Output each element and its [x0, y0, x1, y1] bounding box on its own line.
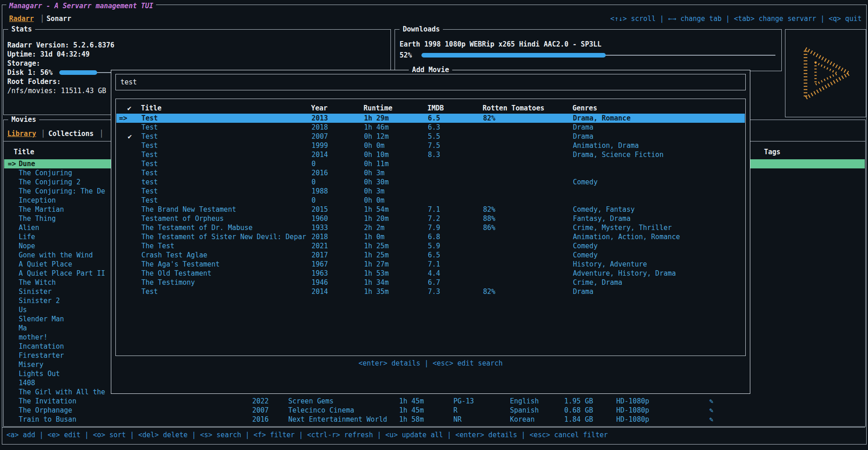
movie-search-input[interactable] — [116, 74, 745, 90]
result-genres: Comedy — [573, 178, 598, 187]
result-runtime: 1h 54m — [364, 205, 389, 214]
result-runtime: 0h 12m — [364, 132, 389, 141]
library-row[interactable]: Train to Busan2016Next Entertainment Wor… — [4, 415, 865, 424]
movie-language: Spanish — [510, 406, 539, 415]
result-year: 1960 — [312, 214, 328, 223]
result-imdb: 5.5 — [428, 132, 440, 141]
search-result-row[interactable]: Test20181h 46m6.3Drama — [116, 123, 745, 132]
result-rotten-tomatoes: 86% — [483, 223, 495, 232]
check-icon: ✔ — [128, 132, 132, 141]
search-result-row[interactable]: The Brand New Testament20151h 54m7.182%C… — [116, 205, 745, 214]
search-result-row[interactable]: The Testament of Dr. Mabuse19332h 2m7.98… — [116, 223, 745, 232]
column-header: Genres — [572, 104, 597, 113]
result-genres: Animation, Action, Romance — [573, 232, 680, 241]
result-imdb: 6.3 — [428, 123, 440, 132]
edit-icon: ✎ — [709, 406, 713, 415]
bottom-bar-divider — [2, 427, 865, 428]
search-result-row[interactable]: ✔Test20070h 12m5.5Drama — [116, 132, 745, 141]
tab-collections[interactable]: Collections — [48, 129, 94, 138]
movie-year: 2007 — [252, 406, 269, 415]
movie-runtime: 1h 58m — [399, 415, 424, 424]
result-year: 1933 — [312, 223, 328, 232]
movie-title: The Conjuring: The De — [19, 187, 105, 196]
result-genres: Crime, Drama — [573, 278, 622, 287]
result-runtime: 0h 3m — [364, 187, 385, 196]
tab-separator: │ — [40, 14, 44, 23]
result-title: The Brand New Testament — [141, 205, 236, 214]
result-runtime: 1h 29m — [364, 114, 389, 123]
root-folders-label: Root Folders: — [7, 77, 61, 86]
app-title: Managarr - A Servarr management TUI — [6, 1, 156, 10]
library-header-title: Title — [14, 147, 34, 157]
tab-radarr[interactable]: Radarr — [9, 14, 34, 23]
tab-sonarr[interactable]: Sonarr — [47, 14, 71, 23]
uptime: Uptime: 31d 04:32:49 — [7, 50, 90, 59]
search-result-row[interactable]: Test20140h 10m8.3Drama, Science Fiction — [116, 150, 745, 159]
search-result-row[interactable]: The Testimony19461h 34m6.7Crime, Drama — [116, 278, 745, 287]
result-runtime: 0h 3m — [364, 168, 385, 178]
result-imdb: 7.1 — [428, 205, 440, 214]
selection-arrow-icon: => — [8, 159, 16, 168]
search-result-row[interactable]: The Testament of Sister New Devil: Depar… — [116, 232, 745, 241]
result-year: 2018 — [312, 123, 328, 132]
result-title: Test — [141, 123, 158, 132]
column-header: Title — [141, 104, 161, 113]
result-runtime: 1h 27m — [364, 260, 389, 269]
library-row[interactable]: The Invitation2022Screen Gems1h 45mPG-13… — [4, 397, 865, 406]
movie-quality: HD-1080p — [616, 397, 649, 406]
result-year: 0 — [312, 178, 316, 187]
result-runtime: 0h 11m — [364, 159, 389, 168]
movie-title: The Conjuring 2 — [19, 178, 80, 187]
movie-title: mother! — [19, 333, 47, 342]
search-result-row[interactable]: Testament of Orpheus19601h 20m7.288%Fant… — [116, 214, 745, 223]
result-year: 2007 — [312, 132, 328, 141]
search-result-row[interactable]: Test19990h 0m7.5Animation, Drama — [116, 141, 745, 150]
tab-library[interactable]: Library — [7, 129, 36, 138]
search-result-row[interactable]: Test00h 0m — [116, 196, 745, 205]
logo-panel — [785, 29, 866, 117]
library-row[interactable]: The Orphanage2007Telecinco Cinema1h 45mR… — [4, 406, 865, 415]
gauge-fill — [421, 53, 606, 58]
movie-title: 1408 — [19, 378, 35, 387]
result-runtime: 1h 53m — [364, 269, 389, 278]
movie-certification: PG-13 — [453, 397, 474, 406]
disk-label: Disk 1: 56% — [7, 68, 52, 77]
add-movie-modal: Add Movie ✔TitleYearRuntimeIMDBRotten To… — [111, 70, 750, 394]
movie-year: 2016 — [252, 415, 269, 424]
search-result-row[interactable]: The Test20211h 25m5.9Comedy — [116, 241, 745, 251]
result-genres: Drama, Romance — [573, 114, 630, 123]
result-imdb: 6.8 — [428, 232, 440, 241]
movie-title: The Thing — [19, 214, 56, 223]
movie-size: 0.68 GB — [564, 406, 593, 415]
search-result-row[interactable]: Test19880h 3m — [116, 187, 745, 196]
result-title: Test — [141, 114, 158, 123]
search-result-row[interactable]: Crash Test Aglae20171h 25m6.5Comedy — [116, 251, 745, 260]
search-result-row[interactable]: The Aga's Testament19671h 27m7.1History,… — [116, 260, 745, 269]
library-header-tags: Tags — [764, 147, 780, 157]
result-title: Crash Test Aglae — [141, 251, 208, 260]
search-box — [115, 74, 746, 90]
column-header: IMDB — [427, 104, 444, 113]
search-result-row[interactable]: test00h 30mComedy — [116, 178, 745, 187]
search-result-row[interactable]: Test20141h 35m7.382%Drama — [116, 287, 745, 296]
managarr-screen: Managarr - A Servarr management TUI Rada… — [0, 0, 868, 450]
search-result-row[interactable]: =>Test20131h 29m6.582%Drama, Romance — [116, 114, 745, 123]
result-imdb: 6.5 — [428, 114, 440, 123]
result-genres: Fantasy, Drama — [573, 214, 630, 223]
result-runtime: 1h 35m — [364, 287, 389, 296]
movie-title: Misery — [19, 360, 43, 369]
result-title: test — [141, 178, 158, 187]
search-result-row[interactable]: Test00h 11m — [116, 159, 745, 168]
result-title: Test — [141, 132, 158, 141]
movie-title: Us — [19, 305, 27, 314]
movie-title: The Girl with All the — [19, 387, 105, 397]
result-year: 2014 — [312, 150, 328, 159]
result-rotten-tomatoes: 82% — [483, 114, 495, 123]
search-result-row[interactable]: Test20160h 3m — [116, 168, 745, 178]
result-rotten-tomatoes: 82% — [483, 287, 495, 296]
result-imdb: 6.7 — [428, 278, 440, 287]
search-result-row[interactable]: The Old Testament19631h 53m4.4Adventure,… — [116, 269, 745, 278]
edit-icon: ✎ — [709, 415, 713, 424]
result-imdb: 5.9 — [428, 241, 440, 251]
movies-panel-title: Movies — [8, 115, 39, 124]
